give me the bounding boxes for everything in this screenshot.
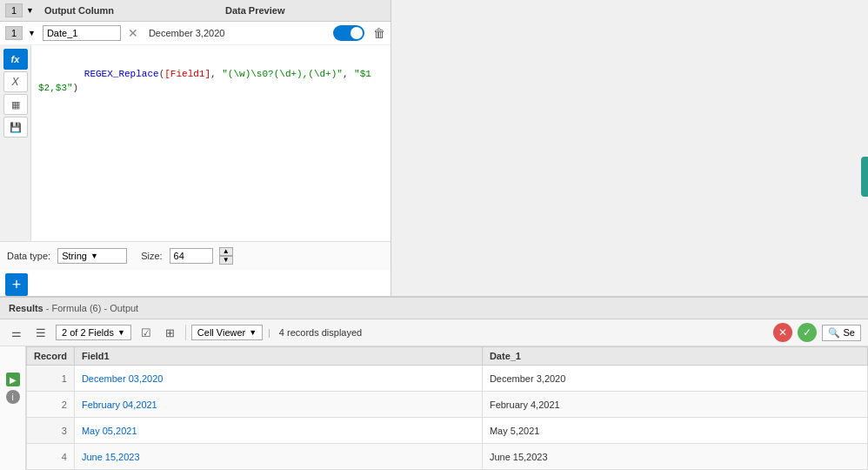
output-column-header: Output Column: [37, 5, 204, 16]
cell-record: 3: [27, 418, 75, 444]
check-icon: ✓: [803, 326, 811, 339]
results-panel: Results - Formula (6) - Output ⚌ ☰ 2 of …: [0, 296, 868, 470]
data-preview-header: Data Preview: [208, 5, 385, 16]
results-title: Results: [9, 303, 43, 313]
cell-field1: February 04,2021: [74, 392, 482, 418]
function-icon: fx: [11, 54, 20, 64]
accept-button[interactable]: ✓: [798, 323, 817, 342]
separator-1: [185, 325, 186, 340]
save-icon-btn[interactable]: 💾: [3, 117, 28, 138]
reject-button[interactable]: ✕: [773, 323, 792, 342]
fields-dropdown-arrow: ▼: [117, 328, 125, 337]
size-label: Size:: [141, 251, 162, 261]
cell-date1: December 3,2020: [482, 366, 867, 392]
size-input[interactable]: [170, 248, 213, 264]
variable-icon: X: [11, 76, 18, 88]
pipe-separator: |: [268, 328, 270, 338]
size-down-btn[interactable]: ▼: [219, 256, 233, 265]
size-spinner[interactable]: ▲ ▼: [219, 247, 233, 265]
data-type-value: String: [62, 251, 87, 261]
formula-text[interactable]: REGEX_Replace([Field1], "(\w)\s0?(\d+),(…: [31, 45, 391, 241]
info-icon[interactable]: i: [6, 390, 20, 404]
trash-icon[interactable]: 🗑: [373, 26, 385, 40]
cell-record: 1: [27, 366, 75, 392]
workflow-canvas[interactable]: 📖 ⚗ Date_1 =REGEX_Replace([Field1], "(\w…: [391, 0, 868, 296]
data-type-row: Data type: String ▼ Size: ▲ ▼: [0, 241, 391, 270]
input-node[interactable]: 📖: [861, 157, 868, 197]
results-subtitle: - Formula (6) - Output: [46, 303, 138, 313]
cell-viewer-dropdown[interactable]: Cell Viewer ▼: [191, 325, 263, 340]
row-number: 1: [5, 3, 23, 17]
table-side-icons: ▶ i: [0, 346, 26, 470]
search-label: Se: [844, 327, 855, 338]
results-header: Results - Formula (6) - Output: [0, 298, 868, 319]
fields-dropdown[interactable]: 2 of 2 Fields ▼: [56, 325, 131, 340]
data-type-select[interactable]: String ▼: [57, 248, 127, 264]
cell-field1: May 05,2021: [74, 418, 482, 444]
results-toolbar: ⚌ ☰ 2 of 2 Fields ▼ ☑ ⊞ Cell Viewer ▼ | …: [0, 319, 868, 346]
cell-record: 2: [27, 392, 75, 418]
variable-icon-btn[interactable]: X: [3, 71, 28, 92]
cell-field1: June 15,2023: [74, 444, 482, 470]
col-header-record: Record: [27, 347, 75, 366]
toggle-button[interactable]: [333, 25, 364, 41]
dropdown-arrow-icon[interactable]: ▼: [26, 6, 34, 15]
search-icon: 🔍: [828, 327, 840, 339]
cell-date1: June 15,2023: [482, 444, 867, 470]
cell-field1: December 03,2020: [74, 366, 482, 392]
data-table: Record Field1 Date_1 1December 03,2020De…: [26, 346, 868, 470]
formula-icon-toolbar: fx X ▦ 💾: [0, 45, 31, 241]
input-node-icon: 📖: [861, 157, 868, 197]
formula-header: 1 ▼ Output Column Data Preview: [0, 0, 391, 22]
search-button[interactable]: 🔍 Se: [822, 325, 861, 341]
x-icon: ✕: [778, 326, 787, 339]
table-row: 3May 05,2021May 5,2021: [27, 418, 868, 444]
cell-viewer-label: Cell Viewer: [197, 327, 245, 338]
save-icon: 💾: [10, 122, 22, 133]
field-row: 1 ▼ ✕ December 3,2020 🗑: [0, 22, 391, 45]
function-icon-btn[interactable]: fx: [3, 49, 28, 70]
grid2-icon: ⊞: [165, 326, 175, 339]
table-icon-btn[interactable]: ▦: [3, 94, 28, 115]
grid-icon-btn[interactable]: ⚌: [7, 323, 26, 342]
row-dropdown-icon[interactable]: ▼: [28, 29, 36, 37]
cell-date1: February 4,2021: [482, 392, 867, 418]
field-name-input[interactable]: [43, 25, 121, 41]
cell-viewer-arrow: ▼: [249, 328, 257, 337]
checkmark-icon-btn[interactable]: ☑: [137, 323, 156, 342]
clear-icon[interactable]: ✕: [128, 26, 138, 40]
cell-date1: May 5,2021: [482, 418, 867, 444]
table-icon: ▦: [11, 99, 20, 111]
checkmark-icon: ☑: [141, 326, 151, 339]
table-row: 4June 15,2023June 15,2023: [27, 444, 868, 470]
field-row-number: 1: [5, 26, 23, 40]
add-row-button[interactable]: +: [5, 273, 28, 296]
table-row: 2February 04,2021February 4,2021: [27, 392, 868, 418]
cell-record: 4: [27, 444, 75, 470]
list-icon: ☰: [36, 326, 46, 339]
preview-value: December 3,2020: [149, 28, 330, 38]
config-panel: 1 ▼ Output Column Data Preview 1 ▼ ✕ Dec…: [0, 0, 391, 296]
row-indicator-icon[interactable]: ▶: [6, 373, 20, 386]
data-type-arrow-icon: ▼: [90, 252, 98, 260]
table-row: 1December 03,2020December 3,2020: [27, 366, 868, 392]
col-header-date1: Date_1: [482, 347, 867, 366]
records-count: 4 records displayed: [279, 327, 362, 338]
col-header-field1: Field1: [74, 347, 482, 366]
size-up-btn[interactable]: ▲: [219, 247, 233, 256]
results-table-area: ▶ i Record Field1 Date_1 1December 03,20…: [0, 346, 868, 470]
list-icon-btn[interactable]: ☰: [31, 323, 50, 342]
formula-editor-area: fx X ▦ 💾 REGEX_Replace([Field1], "(\w)\s…: [0, 45, 391, 241]
data-type-label: Data type:: [7, 251, 50, 261]
grid-icon: ⚌: [11, 326, 22, 339]
fields-dropdown-label: 2 of 2 Fields: [62, 327, 114, 338]
grid2-icon-btn[interactable]: ⊞: [161, 323, 180, 342]
table-header-row: Record Field1 Date_1: [27, 347, 868, 366]
